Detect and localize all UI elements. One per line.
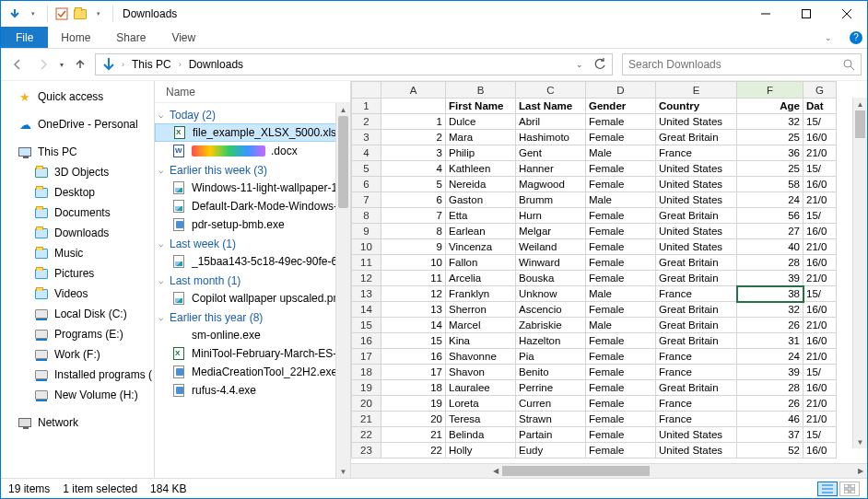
cell[interactable]: Franklyn xyxy=(446,286,516,302)
cell[interactable]: 16/0 xyxy=(803,333,837,349)
cell[interactable]: Female xyxy=(586,255,656,271)
cell[interactable]: Abril xyxy=(516,114,586,130)
tree-item[interactable]: 3D Objects xyxy=(1,162,154,182)
row-header[interactable]: 20 xyxy=(352,396,381,412)
cell[interactable]: Belinda xyxy=(446,427,516,443)
cell[interactable]: 16 xyxy=(381,349,446,365)
file-item[interactable]: _15baa143-5c18-49ec-90fe-6bb xyxy=(155,252,350,271)
cell[interactable]: Hazelton xyxy=(516,333,586,349)
cell[interactable]: 21/0 xyxy=(803,239,837,255)
column-header[interactable]: B xyxy=(446,82,516,99)
cell[interactable]: Dulce xyxy=(446,114,516,130)
cell[interactable]: Female xyxy=(586,333,656,349)
cell[interactable]: France xyxy=(656,349,737,365)
breadcrumb-downloads[interactable]: Downloads xyxy=(183,54,249,75)
cell[interactable]: United States xyxy=(656,427,737,443)
cell[interactable]: 21/0 xyxy=(803,349,837,365)
row-header[interactable]: 11 xyxy=(352,255,381,271)
tab-share[interactable]: Share xyxy=(103,27,158,48)
cell[interactable]: Female xyxy=(586,114,656,130)
cell[interactable]: 21/0 xyxy=(803,145,837,161)
row-header[interactable]: 9 xyxy=(352,224,381,239)
cell[interactable]: Great Britain xyxy=(656,208,737,224)
cell[interactable]: Gent xyxy=(516,145,586,161)
file-item[interactable]: .docx xyxy=(155,142,350,160)
down-arrow-icon[interactable] xyxy=(6,6,23,22)
cell[interactable]: 4 xyxy=(381,161,446,177)
cell[interactable]: Gaston xyxy=(446,192,516,208)
cell[interactable]: 17 xyxy=(381,365,446,380)
tree-item[interactable]: Pictures xyxy=(1,263,154,284)
minimize-button[interactable] xyxy=(745,1,786,27)
column-header[interactable]: G xyxy=(803,82,837,99)
checkbox-icon[interactable] xyxy=(53,6,70,22)
cell[interactable]: 18 xyxy=(381,380,446,396)
tree-item[interactable]: Videos xyxy=(1,284,154,304)
cell[interactable]: Perrine xyxy=(516,380,586,396)
cell[interactable]: Eudy xyxy=(516,443,586,458)
cell[interactable]: 26 xyxy=(737,396,803,412)
column-header[interactable]: A xyxy=(381,82,446,99)
address-dropdown-icon[interactable]: ⌄ xyxy=(569,54,590,75)
row-header[interactable]: 17 xyxy=(352,349,381,365)
cell[interactable]: 11 xyxy=(381,271,446,286)
cell[interactable]: 12 xyxy=(381,286,446,302)
cell[interactable]: United States xyxy=(656,192,737,208)
row-header[interactable]: 16 xyxy=(352,333,381,349)
cell[interactable]: Nereida xyxy=(446,177,516,192)
cell[interactable]: Hashimoto xyxy=(516,130,586,145)
cell[interactable]: Country xyxy=(656,99,737,114)
cell[interactable]: Great Britain xyxy=(656,271,737,286)
cell[interactable]: France xyxy=(656,396,737,412)
up-button[interactable] xyxy=(69,53,91,75)
tree-item[interactable]: Programs (E:) xyxy=(1,324,154,344)
cell[interactable]: Winward xyxy=(516,255,586,271)
cell[interactable]: Ascencio xyxy=(516,302,586,318)
cell[interactable]: France xyxy=(656,145,737,161)
cell[interactable]: 5 xyxy=(381,177,446,192)
cell[interactable]: Female xyxy=(586,224,656,239)
row-header[interactable]: 6 xyxy=(352,177,381,192)
help-button[interactable]: ? xyxy=(845,27,867,48)
column-header[interactable]: E xyxy=(656,82,737,99)
cell[interactable]: 16/0 xyxy=(803,380,837,396)
cell[interactable]: Unknow xyxy=(516,286,586,302)
row-header[interactable]: 12 xyxy=(352,271,381,286)
cell[interactable]: United States xyxy=(656,239,737,255)
tree-quick-access[interactable]: ★ Quick access xyxy=(1,87,154,107)
cell[interactable]: Philip xyxy=(446,145,516,161)
cell[interactable]: Benito xyxy=(516,365,586,380)
column-header-name[interactable]: Name xyxy=(155,81,350,103)
cell[interactable]: 56 xyxy=(737,208,803,224)
cell[interactable]: Female xyxy=(586,161,656,177)
cell[interactable]: United States xyxy=(656,161,737,177)
row-header[interactable]: 5 xyxy=(352,161,381,177)
cell[interactable]: Vincenza xyxy=(446,239,516,255)
cell[interactable]: 15/ xyxy=(803,114,837,130)
cell[interactable]: Male xyxy=(586,318,656,333)
cell[interactable]: 31 xyxy=(737,333,803,349)
row-header[interactable]: 7 xyxy=(352,192,381,208)
cell[interactable]: 7 xyxy=(381,208,446,224)
cell[interactable]: 37 xyxy=(737,427,803,443)
cell[interactable]: Female xyxy=(586,208,656,224)
cell[interactable]: Male xyxy=(586,286,656,302)
close-button[interactable] xyxy=(827,1,867,27)
address-bar[interactable]: › This PC › Downloads ⌄ xyxy=(95,53,613,75)
cell[interactable]: First Name xyxy=(446,99,516,114)
tree-item[interactable]: Documents xyxy=(1,203,154,223)
cell[interactable]: Female xyxy=(586,396,656,412)
history-dropdown-icon[interactable]: ▾ xyxy=(58,61,65,69)
cell[interactable] xyxy=(381,99,446,114)
cell[interactable]: 39 xyxy=(737,271,803,286)
cell[interactable]: Hurn xyxy=(516,208,586,224)
cell[interactable]: Strawn xyxy=(516,412,586,427)
cell[interactable]: 15/ xyxy=(803,427,837,443)
file-item[interactable]: file_example_XLSX_5000.xlsx xyxy=(155,123,350,142)
file-item[interactable]: Default-Dark-Mode-Windows- xyxy=(155,197,350,215)
cell[interactable]: Female xyxy=(586,177,656,192)
row-header[interactable]: 13 xyxy=(352,286,381,302)
cell[interactable]: Great Britain xyxy=(656,302,737,318)
cell[interactable]: Female xyxy=(586,380,656,396)
chevron-right-icon[interactable]: › xyxy=(177,60,183,69)
